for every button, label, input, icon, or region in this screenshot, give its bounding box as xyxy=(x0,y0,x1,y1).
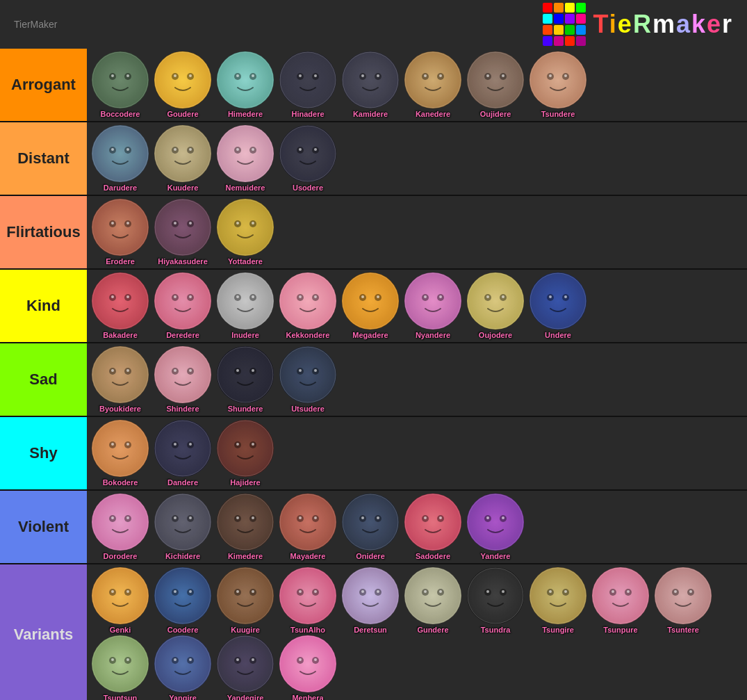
list-item[interactable]: Kimedere xyxy=(215,494,276,560)
list-item[interactable]: Bakadere xyxy=(90,272,151,339)
list-item[interactable]: Inudere xyxy=(215,272,276,339)
svg-point-40 xyxy=(92,126,148,181)
list-item[interactable]: Yottadere xyxy=(215,199,276,266)
svg-point-198 xyxy=(236,590,239,593)
svg-point-100 xyxy=(405,273,461,329)
list-item[interactable]: Menhera xyxy=(277,635,338,700)
character-name: Tsunpure xyxy=(603,626,637,634)
svg-point-110 xyxy=(530,273,586,329)
character-name: TsunAlho xyxy=(290,626,325,634)
avatar xyxy=(154,199,211,256)
list-item[interactable]: Kekkondere xyxy=(277,272,338,339)
avatar xyxy=(530,567,586,624)
list-item[interactable]: Dandere xyxy=(152,420,213,487)
tiermaker-logo: TieRmaker xyxy=(543,3,733,46)
list-item[interactable]: Genki xyxy=(90,567,151,634)
svg-point-20 xyxy=(343,52,398,108)
list-item[interactable]: Gundere xyxy=(402,567,463,634)
character-name: Kichidere xyxy=(165,552,200,560)
tier-label-shy: Shy xyxy=(0,417,87,489)
svg-point-189 xyxy=(126,590,129,593)
avatar xyxy=(279,346,336,403)
svg-point-39 xyxy=(564,74,567,77)
list-item[interactable]: Tsuntere xyxy=(652,567,714,634)
list-item[interactable]: TsunAlho xyxy=(277,567,338,634)
list-item[interactable]: Utsudere xyxy=(277,346,338,413)
list-item[interactable]: Dorodere xyxy=(90,494,151,560)
svg-point-90 xyxy=(280,273,336,329)
tier-label-distant: Distant xyxy=(0,122,87,195)
avatar xyxy=(342,567,399,624)
list-item[interactable]: Kuudere xyxy=(152,125,213,192)
list-item[interactable]: Usodere xyxy=(277,125,338,192)
svg-point-35 xyxy=(530,52,586,108)
header-logo-left: TierMaker xyxy=(14,19,58,30)
svg-point-83 xyxy=(174,295,177,298)
list-item[interactable]: Undere xyxy=(527,272,589,339)
avatar xyxy=(217,420,274,477)
list-item[interactable]: Tsungire xyxy=(527,567,589,634)
list-item[interactable]: Tsuntsun xyxy=(90,635,151,700)
character-name: Bakadere xyxy=(103,331,138,339)
svg-point-159 xyxy=(189,516,192,519)
tier-label-variants: Variants xyxy=(0,564,87,700)
svg-point-229 xyxy=(627,590,630,593)
tier-row-variants: Variants Genki Coodere Kuugire xyxy=(0,564,747,700)
list-item[interactable]: Hiyakasudere xyxy=(152,199,213,266)
list-item[interactable]: Byoukidere xyxy=(90,346,151,413)
svg-point-84 xyxy=(189,295,192,298)
svg-point-38 xyxy=(549,74,552,77)
list-item[interactable]: Shindere xyxy=(152,346,213,413)
list-item[interactable]: Yangire xyxy=(152,635,213,700)
character-name: Coodere xyxy=(167,626,199,634)
character-name: Bokodere xyxy=(103,478,138,487)
list-item[interactable]: Mayadere xyxy=(277,494,338,560)
list-item[interactable]: Goudere xyxy=(152,51,213,118)
svg-point-138 xyxy=(111,443,114,446)
svg-point-99 xyxy=(377,295,379,298)
svg-point-49 xyxy=(189,148,192,151)
list-item[interactable]: Oujodere xyxy=(465,272,526,339)
list-item[interactable]: Darudere xyxy=(90,125,151,192)
list-item[interactable]: Hajidere xyxy=(215,420,276,487)
avatar xyxy=(92,125,149,182)
list-item[interactable]: Yandere xyxy=(465,494,526,560)
avatar xyxy=(92,51,149,108)
list-item[interactable]: Tsundra xyxy=(465,567,526,634)
list-item[interactable]: Bokodere xyxy=(90,420,151,487)
list-item[interactable]: Himedere xyxy=(215,51,276,118)
svg-point-234 xyxy=(689,590,692,593)
list-item[interactable]: Deredere xyxy=(152,272,213,339)
list-item[interactable]: Kuugire xyxy=(215,567,276,634)
avatar xyxy=(92,272,149,329)
list-item[interactable]: Sadodere xyxy=(402,494,463,560)
svg-point-139 xyxy=(126,443,129,446)
list-item[interactable]: Coodere xyxy=(152,567,213,634)
character-name: Goudere xyxy=(167,110,198,118)
avatar xyxy=(154,635,211,692)
list-item[interactable]: Boccodere xyxy=(90,51,151,118)
list-item[interactable]: Oujidere xyxy=(465,51,526,118)
avatar xyxy=(467,51,524,108)
list-item[interactable]: Hinadere xyxy=(277,51,338,118)
character-name: Megadere xyxy=(352,331,388,339)
list-item[interactable]: Erodere xyxy=(90,199,151,266)
character-name: Oujodere xyxy=(479,331,512,339)
avatar xyxy=(404,567,461,624)
tier-label-arrogant: Arrogant xyxy=(0,49,87,121)
character-name: Byoukidere xyxy=(99,405,141,413)
list-item[interactable]: Onidere xyxy=(340,494,401,560)
list-item[interactable]: Nemuidere xyxy=(215,125,276,192)
list-item[interactable]: Shundere xyxy=(215,346,276,413)
list-item[interactable]: Yandegire xyxy=(215,635,276,700)
list-item[interactable]: Tsunpure xyxy=(590,567,651,634)
list-item[interactable]: Deretsun xyxy=(340,567,401,634)
list-item[interactable]: Nyandere xyxy=(402,272,463,339)
character-name: Darudere xyxy=(104,184,137,192)
list-item[interactable]: Megadere xyxy=(340,272,401,339)
svg-point-45 xyxy=(155,126,211,181)
list-item[interactable]: Kanedere xyxy=(402,51,463,118)
list-item[interactable]: Kamidere xyxy=(340,51,401,118)
list-item[interactable]: Tsundere xyxy=(527,51,589,118)
list-item[interactable]: Kichidere xyxy=(152,494,213,560)
